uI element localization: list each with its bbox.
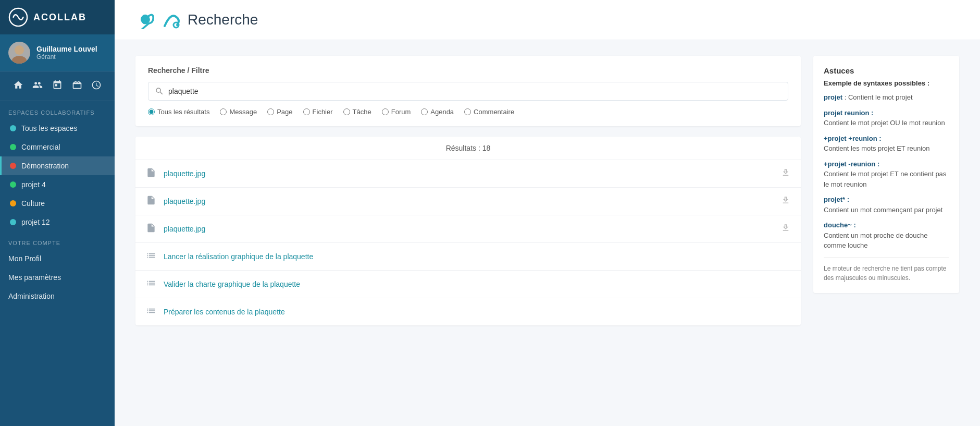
filter-commentaire[interactable]: Commentaire [464, 108, 514, 116]
astuces-divider [824, 257, 949, 258]
download-icon-1[interactable] [781, 168, 790, 179]
results-count: Résultats : 18 [135, 137, 801, 160]
sidebar-item-params[interactable]: Mes paramètres [0, 268, 115, 287]
demo-dot [10, 163, 16, 169]
astuces-entry-5: douche~ : Contient un mot proche de douc… [824, 220, 949, 251]
astuces-keyword-3: +projet -reunion : [824, 160, 879, 168]
filter-forum-label: Forum [391, 108, 411, 116]
astuces-keyword-2: +projet +reunion : [824, 135, 882, 142]
download-icon-2[interactable] [781, 196, 790, 207]
sidebar-item-commercial-label: Commercial [21, 143, 60, 151]
result-item: plaquette.jpg [135, 188, 801, 215]
commercial-dot [10, 144, 16, 150]
astuces-desc-0: : Contient le mot projet [842, 93, 912, 101]
astuces-desc-1: Contient le mot projet OU le mot reunion [824, 119, 945, 127]
sidebar-item-demo[interactable]: Démonstration [0, 156, 115, 175]
sidebar-spaces: Tous les espaces Commercial Démonstratio… [0, 119, 115, 232]
astuces-panel: Astuces Exemple de syntaxes possibles : … [813, 56, 959, 293]
search-panel: Recherche / Filtre Tous les résultats Me… [135, 56, 801, 325]
logo-text: ACOLLAB [33, 12, 86, 23]
filter-commentaire-label: Commentaire [474, 108, 514, 116]
nav-icons [0, 71, 115, 101]
result-name-4[interactable]: Lancer la réalisation graphique de la pl… [164, 252, 790, 261]
svg-point-1 [15, 45, 24, 55]
params-label: Mes paramètres [8, 273, 61, 282]
astuces-entry-0: projet : Contient le mot projet [824, 92, 949, 103]
astuces-desc-5: Contient un mot proche de douche comme l… [824, 232, 927, 250]
astuces-entry-3: +projet -reunion : Contient le mot proje… [824, 159, 949, 190]
sidebar-item-culture-label: Culture [21, 199, 45, 208]
people-icon[interactable] [30, 78, 45, 94]
astuces-subtitle: Exemple de syntaxes possibles : [824, 79, 949, 87]
filter-tous[interactable]: Tous les résultats [148, 108, 209, 116]
filter-forum[interactable]: Forum [382, 108, 411, 116]
page-title: Recherche [188, 11, 258, 28]
astuces-keyword-5: douche~ : [824, 221, 856, 229]
clock-icon[interactable] [89, 78, 104, 94]
result-name-1[interactable]: plaquette.jpg [164, 169, 774, 178]
sidebar: ACOLLAB Guillaume Louvel Gérant ESPACES … [0, 0, 115, 426]
result-item: Valider la charte graphique de la plaque… [135, 271, 801, 298]
filter-fichier-label: Fichier [313, 108, 333, 116]
filter-agenda[interactable]: Agenda [421, 108, 454, 116]
filter-tache-label: Tâche [353, 108, 371, 116]
search-filter-title: Recherche / Filtre [148, 66, 788, 75]
user-name: Guillaume Louvel [36, 45, 97, 53]
result-item: Préparer les contenus de la plaquette [135, 298, 801, 325]
search-input[interactable] [168, 87, 781, 95]
filter-tache[interactable]: Tâche [343, 108, 371, 116]
result-name-6[interactable]: Préparer les contenus de la plaquette [164, 308, 790, 316]
sidebar-item-projet4[interactable]: projet 4 [0, 175, 115, 194]
download-icon-3[interactable] [781, 223, 790, 235]
calendar-icon[interactable] [50, 78, 65, 94]
astuces-entry-2: +projet +reunion : Contient les mots pro… [824, 133, 949, 154]
briefcase-icon[interactable] [70, 78, 84, 94]
results-card: Résultats : 18 plaquette.jpg plaquette [135, 137, 801, 325]
filter-fichier[interactable]: Fichier [303, 108, 333, 116]
result-name-2[interactable]: plaquette.jpg [164, 197, 774, 205]
astuces-keyword-0: projet [824, 93, 842, 101]
filter-page[interactable]: Page [267, 108, 292, 116]
result-name-5[interactable]: Valider la charte graphique de la plaque… [164, 280, 790, 288]
task-icon-5 [146, 278, 156, 290]
profil-label: Mon Profil [8, 254, 41, 263]
user-role: Gérant [36, 53, 97, 60]
search-input-wrap [148, 82, 788, 101]
page-header: Recherche [115, 0, 980, 40]
filter-page-label: Page [277, 108, 292, 116]
filter-message[interactable]: Message [220, 108, 257, 116]
result-item: plaquette.jpg [135, 215, 801, 243]
astuces-keyword-4: projet* : [824, 196, 849, 203]
sidebar-logo: ACOLLAB [0, 0, 115, 34]
astuces-entry-1: projet reunion : Contient le mot projet … [824, 108, 949, 128]
recherche-logo [162, 10, 180, 29]
search-filter-card: Recherche / Filtre Tous les résultats Me… [135, 56, 801, 126]
sidebar-item-projet4-label: projet 4 [21, 180, 46, 189]
astuces-note: Le moteur de recherche ne tient pas comp… [824, 264, 949, 283]
search-icon [155, 87, 164, 96]
admin-label: Administration [8, 292, 55, 300]
sidebar-item-tous[interactable]: Tous les espaces [0, 119, 115, 138]
task-icon-6 [146, 306, 156, 318]
astuces-desc-4: Contient un mot commençant par projet [824, 206, 942, 214]
file-icon-2 [146, 195, 156, 208]
projet12-dot [10, 219, 16, 225]
filter-message-label: Message [229, 108, 257, 116]
filter-tous-label: Tous les résultats [157, 108, 209, 116]
user-section: Guillaume Louvel Gérant [0, 34, 115, 71]
sidebar-item-culture[interactable]: Culture [0, 194, 115, 213]
sidebar-item-projet12-label: projet 12 [21, 218, 49, 226]
culture-dot [10, 200, 16, 206]
sidebar-item-profil[interactable]: Mon Profil [0, 249, 115, 268]
home-icon[interactable] [11, 78, 26, 94]
sidebar-item-commercial[interactable]: Commercial [0, 138, 115, 156]
sidebar-item-tous-label: Tous les espaces [21, 124, 77, 132]
sidebar-item-admin[interactable]: Administration [0, 287, 115, 306]
result-name-3[interactable]: plaquette.jpg [164, 225, 774, 233]
account-section-label: VOTRE COMPTE [0, 232, 115, 249]
astuces-desc-2: Contient les mots projet ET reunion [824, 144, 930, 152]
espaces-section-label: ESPACES COLLABORATIFS [0, 101, 115, 119]
projet4-dot [10, 181, 16, 188]
acollab-logo-icon [8, 7, 28, 27]
sidebar-item-projet12[interactable]: projet 12 [0, 213, 115, 232]
